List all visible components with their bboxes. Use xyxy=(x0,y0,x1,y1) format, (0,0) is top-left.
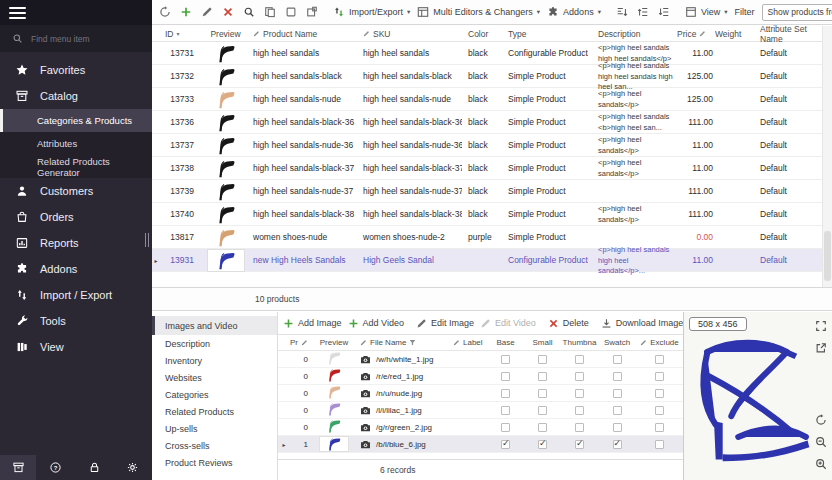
swatch-checkbox[interactable] xyxy=(613,389,622,398)
edit-button[interactable] xyxy=(200,5,214,19)
image-row[interactable]: ▸1/b/l/blue_6.jpg xyxy=(278,436,683,453)
column-header-id[interactable]: ID▾ xyxy=(160,29,204,39)
base-checkbox[interactable] xyxy=(501,372,510,381)
swatch-checkbox[interactable] xyxy=(613,406,622,415)
tab-cross-sells[interactable]: Cross-sells xyxy=(152,437,277,454)
fullscreen-button[interactable] xyxy=(815,320,827,332)
download-image-button[interactable]: Download Image xyxy=(601,318,684,329)
swatch-checkbox[interactable] xyxy=(613,355,622,364)
tab-categories[interactable]: Categories xyxy=(152,386,277,403)
sidebar-bottom-catalog-button[interactable] xyxy=(0,455,36,480)
add-image-button[interactable]: Add Image xyxy=(283,318,342,329)
products-scrollbar[interactable] xyxy=(822,26,832,287)
column-header-preview[interactable]: Preview xyxy=(204,29,247,39)
tab-product-reviews[interactable]: Product Reviews xyxy=(152,454,277,471)
base-checkbox[interactable] xyxy=(501,440,510,449)
sidebar-bottom-lock-button[interactable] xyxy=(75,461,114,474)
product-row[interactable]: ▸13931new High Heels SandalsHigh Geels S… xyxy=(152,249,822,272)
product-row[interactable]: 13732high heel sandals-blackhigh heel sa… xyxy=(152,65,822,88)
column-header-price[interactable]: Price xyxy=(677,29,715,39)
image-row[interactable]: 0/g/r/green_2.jpg xyxy=(278,419,683,436)
sidebar-item-catalog[interactable]: Catalog xyxy=(0,83,152,109)
sidebar-item-orders[interactable]: Orders xyxy=(0,204,152,230)
column-header-label[interactable]: Label xyxy=(445,338,487,347)
copy-button[interactable] xyxy=(263,5,277,19)
column-header-pr[interactable]: Pr xyxy=(290,338,316,347)
column-header-swatch[interactable]: Swatch xyxy=(598,338,636,347)
base-checkbox[interactable] xyxy=(501,406,510,415)
sidebar-item-reports[interactable]: Reports xyxy=(0,230,152,256)
tab-inventory[interactable]: Inventory xyxy=(152,352,277,369)
small-checkbox[interactable] xyxy=(538,423,547,432)
exclude-checkbox[interactable] xyxy=(655,355,664,364)
collapse-rows-button[interactable] xyxy=(657,5,671,19)
base-checkbox[interactable] xyxy=(501,355,510,364)
small-checkbox[interactable] xyxy=(538,389,547,398)
thumbnail-checkbox[interactable] xyxy=(575,423,584,432)
sidebar-item-favorites[interactable]: Favorites xyxy=(0,57,152,83)
exclude-checkbox[interactable] xyxy=(655,389,664,398)
exclude-checkbox[interactable] xyxy=(655,406,664,415)
image-row[interactable]: 0/l/i/lilac_1.jpg xyxy=(278,402,683,419)
column-header-thumbna[interactable]: Thumbna xyxy=(561,338,598,347)
exclude-checkbox[interactable] xyxy=(655,372,664,381)
thumbnail-checkbox[interactable] xyxy=(575,372,584,381)
scrollbar-thumb[interactable] xyxy=(824,231,831,281)
add-video-button[interactable]: Add Video xyxy=(348,318,404,329)
sidebar-bottom-gear-button[interactable] xyxy=(113,461,152,474)
zoom-in-button[interactable] xyxy=(815,458,827,470)
product-row[interactable]: 13740high heel sandals-black-38high heel… xyxy=(152,203,822,226)
column-header-description[interactable]: Description xyxy=(588,29,677,39)
column-header-base[interactable]: Base xyxy=(487,338,524,347)
duplicate-button[interactable] xyxy=(305,5,319,19)
rotate-button[interactable] xyxy=(815,414,827,426)
swatch-checkbox[interactable] xyxy=(613,440,622,449)
sidebar-subitem-categories-products[interactable]: Categories & Products xyxy=(0,109,152,132)
small-checkbox[interactable] xyxy=(538,406,547,415)
product-row[interactable]: 13737high heel sandals-nude-36high heel … xyxy=(152,134,822,157)
search-button[interactable] xyxy=(242,5,256,19)
column-header-product-name[interactable]: Product Name xyxy=(247,29,357,39)
column-header-weight[interactable]: Weight xyxy=(715,29,752,39)
exclude-checkbox[interactable] xyxy=(655,440,664,449)
base-checkbox[interactable] xyxy=(501,423,510,432)
swatch-checkbox[interactable] xyxy=(613,423,622,432)
thumbnail-checkbox[interactable] xyxy=(575,440,584,449)
product-row[interactable]: 13738high heel sandals-black-37high heel… xyxy=(152,157,822,180)
edit-image-button[interactable]: Edit Image xyxy=(416,318,474,329)
delete-button[interactable] xyxy=(221,5,235,19)
column-header-attribute-set-name[interactable]: Attribute Set Name xyxy=(752,24,822,44)
image-row[interactable]: 0/w/h/white_1.jpg xyxy=(278,351,683,368)
column-header-file-name[interactable]: File Name xyxy=(352,338,445,347)
sidebar-item-tools[interactable]: Tools xyxy=(0,308,152,334)
base-checkbox[interactable] xyxy=(501,389,510,398)
sidebar-item-import-export[interactable]: Import / Export xyxy=(0,282,152,308)
tab-description[interactable]: Description xyxy=(152,335,277,352)
sidebar-subitem-related-products-generator[interactable]: Related Products Generator xyxy=(0,155,152,178)
product-row[interactable]: 13731high heel sandalshigh heel sandalsb… xyxy=(152,42,822,65)
column-header-sku[interactable]: SKU xyxy=(357,29,462,39)
sidebar-item-customers[interactable]: Customers xyxy=(0,178,152,204)
sidebar-item-addons[interactable]: Addons xyxy=(0,256,152,282)
column-header-color[interactable]: Color xyxy=(462,29,504,39)
add-button[interactable] xyxy=(179,5,193,19)
tab-related-products[interactable]: Related Products xyxy=(152,403,277,420)
small-checkbox[interactable] xyxy=(538,440,547,449)
multi-editors-changers-menu-button[interactable]: Multi Editors & Changers▾ xyxy=(417,6,540,18)
thumbnail-checkbox[interactable] xyxy=(575,355,584,364)
select-button[interactable] xyxy=(284,5,298,19)
sidebar-subitem-attributes[interactable]: Attributes xyxy=(0,132,152,155)
category-filter-select[interactable]: Show products from selected categories▾ xyxy=(762,4,832,21)
tab-up-sells[interactable]: Up-sells xyxy=(152,420,277,437)
column-header-type[interactable]: Type xyxy=(504,29,588,39)
funnel-mini-icon[interactable] xyxy=(409,339,416,346)
small-checkbox[interactable] xyxy=(538,355,547,364)
tab-websites[interactable]: Websites xyxy=(152,369,277,386)
image-row[interactable]: 0/n/u/nude.jpg xyxy=(278,385,683,402)
thumbnail-checkbox[interactable] xyxy=(575,389,584,398)
swatch-checkbox[interactable] xyxy=(613,372,622,381)
small-checkbox[interactable] xyxy=(538,372,547,381)
product-row[interactable]: 13739high heel sandals-nude-37high heel … xyxy=(152,180,822,203)
sidebar-item-view[interactable]: View xyxy=(0,334,152,360)
column-header-preview[interactable]: Preview xyxy=(316,338,352,347)
